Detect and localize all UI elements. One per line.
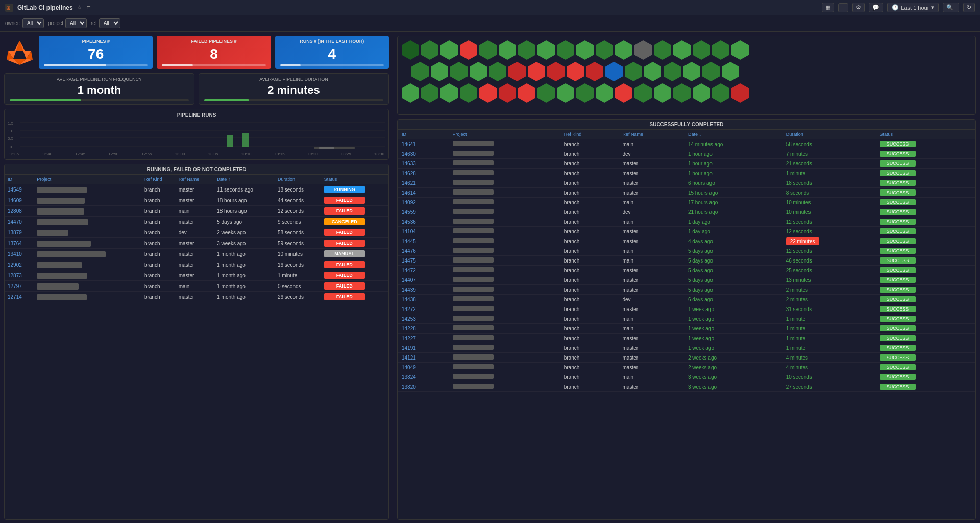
success-id-25[interactable]: 13820 <box>398 382 449 392</box>
hex-2-6 <box>508 62 526 81</box>
success-refkind-11: branch <box>560 246 619 256</box>
running-status-0: RUNNING <box>321 184 388 195</box>
success-table-row: 14641 branch main 14 minutes ago 58 seco… <box>398 139 975 149</box>
success-id-14[interactable]: 14407 <box>398 275 449 285</box>
success-status-cell-8: SUCCESS <box>876 217 975 227</box>
comment-btn[interactable]: 💬 <box>869 3 883 12</box>
success-id-5[interactable]: 14614 <box>398 188 449 198</box>
success-refname-18: main <box>619 314 684 324</box>
success-id-8[interactable]: 14536 <box>398 217 449 227</box>
running-project-2: infra/terraform/harbor <box>34 206 141 217</box>
owner-select[interactable]: All <box>22 18 44 28</box>
success-refname-6: main <box>619 198 684 207</box>
success-date-12: 5 days ago <box>684 256 782 266</box>
share-icon[interactable]: ⊏ <box>86 4 91 11</box>
list-icon: ≡ <box>842 5 845 11</box>
success-duration-cell-2: 21 seconds <box>782 159 876 169</box>
success-id-2[interactable]: 14633 <box>398 159 449 169</box>
running-id-0[interactable]: 14549 <box>5 184 34 195</box>
success-id-24[interactable]: 13824 <box>398 372 449 382</box>
running-id-2[interactable]: 12808 <box>5 206 34 217</box>
running-date-4: 2 weeks ago <box>214 227 275 238</box>
success-status-cell-2: SUCCESS <box>876 159 975 169</box>
running-project-0: infra/k8s/nginx-ingress <box>34 184 141 195</box>
success-duration-cell-13: 25 seconds <box>782 266 876 275</box>
success-status-cell-23: SUCCESS <box>876 363 975 372</box>
success-id-17[interactable]: 14272 <box>398 304 449 314</box>
success-date-4: 6 hours ago <box>684 178 782 188</box>
running-id-10[interactable]: 12714 <box>5 292 34 302</box>
running-table-row: 13879 backend/auth branch dev 2 weeks ag… <box>5 227 388 238</box>
s-col-status: Status <box>876 130 975 139</box>
running-id-9[interactable]: 12797 <box>5 281 34 292</box>
project-filter: project All <box>48 18 87 28</box>
zoom-out-btn[interactable]: 🔍- <box>943 3 959 12</box>
running-id-1[interactable]: 14609 <box>5 195 34 206</box>
running-id-6[interactable]: 13410 <box>5 249 34 259</box>
success-id-13[interactable]: 14472 <box>398 266 449 275</box>
hex-row-2 <box>411 62 971 81</box>
success-id-18[interactable]: 14253 <box>398 314 449 324</box>
success-date-18: 1 week ago <box>684 314 782 324</box>
success-status-cell-6: SUCCESS <box>876 198 975 207</box>
success-project-0 <box>449 139 560 149</box>
success-id-3[interactable]: 14628 <box>398 169 449 178</box>
success-duration-0: 58 seconds <box>786 141 812 147</box>
settings-btn[interactable]: ⚙ <box>852 3 865 12</box>
success-id-19[interactable]: 14228 <box>398 324 449 334</box>
hex-1-12 <box>615 40 632 60</box>
list-btn[interactable]: ≡ <box>838 3 848 12</box>
running-id-3[interactable]: 14470 <box>5 217 34 227</box>
success-id-11[interactable]: 14476 <box>398 246 449 256</box>
ref-select[interactable]: All <box>99 18 120 28</box>
success-id-0[interactable]: 14641 <box>398 139 449 149</box>
running-id-5[interactable]: 13764 <box>5 238 34 249</box>
success-date-17: 1 week ago <box>684 304 782 314</box>
hex-3-6 <box>499 83 516 103</box>
running-id-4[interactable]: 13879 <box>5 227 34 238</box>
success-id-10[interactable]: 14445 <box>398 236 449 246</box>
success-id-21[interactable]: 14191 <box>398 343 449 353</box>
running-refname-0: master <box>176 184 214 195</box>
success-project-11 <box>449 246 560 256</box>
project-select[interactable]: All <box>65 18 87 28</box>
success-duration-7: 10 minutes <box>786 209 811 215</box>
refresh-btn[interactable]: ↻ <box>963 3 975 12</box>
hex-2-9 <box>567 62 584 81</box>
hex-grid <box>402 40 971 103</box>
running-date-6: 1 month ago <box>214 249 275 259</box>
success-id-6[interactable]: 14092 <box>398 198 449 207</box>
success-duration-12: 46 seconds <box>786 258 812 264</box>
success-project-14 <box>449 275 560 285</box>
success-id-7[interactable]: 14559 <box>398 207 449 217</box>
success-id-1[interactable]: 14630 <box>398 149 449 159</box>
success-refkind-22: branch <box>560 353 619 363</box>
running-id-7[interactable]: 12902 <box>5 259 34 270</box>
success-duration-2: 21 seconds <box>786 161 812 167</box>
success-id-15[interactable]: 14439 <box>398 285 449 295</box>
success-table-scroll[interactable]: ID Project Ref Kind Ref Name Date ↓ Dura… <box>398 130 975 392</box>
svg-rect-21 <box>319 147 334 149</box>
success-id-9[interactable]: 14104 <box>398 227 449 236</box>
success-id-16[interactable]: 14438 <box>398 295 449 304</box>
success-duration-25: 27 seconds <box>786 384 812 390</box>
success-id-20[interactable]: 14227 <box>398 334 449 343</box>
success-date-6: 17 hours ago <box>684 198 782 207</box>
success-id-23[interactable]: 14049 <box>398 363 449 372</box>
success-id-22[interactable]: 14121 <box>398 353 449 363</box>
success-id-4[interactable]: 14621 <box>398 178 449 188</box>
success-refname-13: master <box>619 266 684 275</box>
chart-type-btn[interactable]: ▦ <box>822 3 834 12</box>
running-duration-4: 58 seconds <box>275 227 321 238</box>
success-refname-20: master <box>619 334 684 343</box>
pipelines-bar <box>44 64 148 66</box>
running-id-8[interactable]: 12873 <box>5 270 34 281</box>
svg-text:⊞: ⊞ <box>6 5 10 11</box>
star-icon[interactable]: ☆ <box>77 4 82 11</box>
success-duration-9: 12 seconds <box>786 229 812 234</box>
running-duration-5: 59 seconds <box>275 238 321 249</box>
running-refname-2: main <box>176 206 214 217</box>
success-duration-cell-7: 10 minutes <box>782 207 876 217</box>
success-id-12[interactable]: 14475 <box>398 256 449 266</box>
time-range-selector[interactable]: 🕐 Last 1 hour ▾ <box>887 3 939 12</box>
